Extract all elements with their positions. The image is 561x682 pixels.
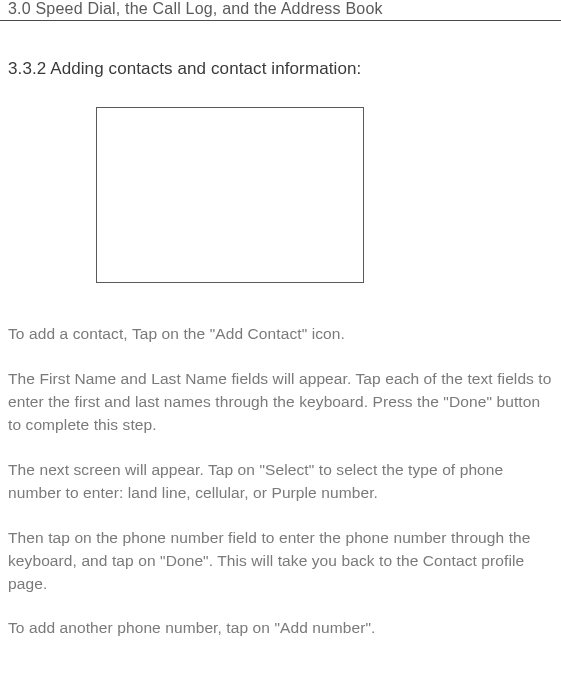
- paragraph-1: To add a contact, Tap on the "Add Contac…: [8, 323, 553, 346]
- paragraph-5: To add another phone number, tap on "Add…: [8, 617, 553, 640]
- section-heading: 3.3.2 Adding contacts and contact inform…: [0, 59, 561, 79]
- paragraph-4: Then tap on the phone number field to en…: [8, 527, 553, 596]
- body-content: To add a contact, Tap on the "Add Contac…: [0, 323, 561, 640]
- breadcrumb: 3.0 Speed Dial, the Call Log, and the Ad…: [8, 0, 553, 18]
- paragraph-2: The First Name and Last Name fields will…: [8, 368, 553, 437]
- page-header: 3.0 Speed Dial, the Call Log, and the Ad…: [0, 0, 561, 21]
- paragraph-3: The next screen will appear. Tap on "Sel…: [8, 459, 553, 505]
- image-placeholder: [96, 107, 364, 283]
